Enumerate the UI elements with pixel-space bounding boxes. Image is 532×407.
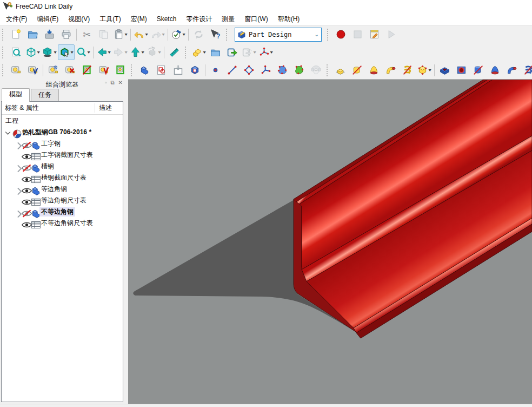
dropdown-arrow-icon[interactable]: ▾ xyxy=(254,50,256,55)
macro-edit-button[interactable] xyxy=(366,27,383,42)
loft-sub-button[interactable] xyxy=(487,62,503,78)
panel-splitter[interactable] xyxy=(124,79,128,404)
draw-style-button[interactable]: ▾ xyxy=(41,44,58,60)
dropdown-arrow-icon[interactable]: ▾ xyxy=(158,50,161,55)
hole-button[interactable] xyxy=(453,62,470,78)
dropdown-arrow-icon[interactable]: ▾ xyxy=(71,50,74,55)
recompute-button[interactable]: ▾ xyxy=(170,27,187,42)
toggle-3d-off-button[interactable] xyxy=(78,62,95,78)
tree-item-等边角钢尺寸表[interactable]: 等边角钢尺寸表 xyxy=(2,195,123,206)
menu-宏M[interactable]: 宏(M) xyxy=(126,14,152,25)
menu-Sketch[interactable]: Sketch xyxy=(152,14,182,24)
macro-toolbar-handle[interactable] xyxy=(327,29,330,41)
sweep-sub-button[interactable] xyxy=(503,62,520,78)
selection-view-button[interactable]: ▾ xyxy=(58,44,75,60)
tape-measure-button[interactable] xyxy=(8,62,24,78)
groove-button[interactable] xyxy=(470,62,487,78)
tree-item-槽钢[interactable]: 槽钢 xyxy=(2,161,123,172)
dropdown-arrow-icon[interactable]: ▾ xyxy=(88,50,90,55)
measure-ruler-button[interactable] xyxy=(166,44,183,60)
macro-record-button[interactable] xyxy=(332,27,349,42)
visibility-off-icon[interactable] xyxy=(21,208,29,216)
bspline-surface-button[interactable] xyxy=(274,62,291,78)
revolution-button[interactable] xyxy=(349,62,365,78)
tree-item-槽钢截面尺寸表[interactable]: 槽钢截面尺寸表 xyxy=(2,172,123,183)
view-isometric-button[interactable]: ▾ xyxy=(24,44,41,60)
new-document-button[interactable] xyxy=(8,27,24,42)
workbench-selector[interactable]: Part Design⌄ xyxy=(235,28,322,42)
dropdown-arrow-icon[interactable]: ▾ xyxy=(125,50,128,55)
expand-toggle[interactable] xyxy=(14,197,21,205)
paste-button[interactable]: ▾ xyxy=(112,27,129,42)
expand-toggle[interactable] xyxy=(14,186,21,193)
save-button[interactable] xyxy=(41,27,58,42)
measurement-toolbar-handle[interactable] xyxy=(2,64,5,76)
sketch-edit-button[interactable] xyxy=(170,62,187,78)
visibility-on-icon[interactable] xyxy=(21,219,29,227)
macro-stop-button[interactable] xyxy=(349,27,366,42)
dropdown-arrow-icon[interactable]: ▾ xyxy=(203,50,206,55)
expand-toggle[interactable] xyxy=(14,208,21,216)
undo-button[interactable]: ▾ xyxy=(132,27,149,42)
tree-root-row[interactable]: 热轧型钢GB 706-2016 * xyxy=(2,127,123,138)
group-folder-button[interactable] xyxy=(207,44,224,60)
tree-item-等边角钢[interactable]: 等边角钢 xyxy=(2,183,123,195)
link-toolbar-handle[interactable] xyxy=(185,47,188,58)
pocket-button[interactable] xyxy=(436,62,453,78)
pad-button[interactable] xyxy=(332,62,349,78)
expand-toggle[interactable] xyxy=(14,152,21,159)
dropdown-arrow-icon[interactable]: ▾ xyxy=(162,32,165,37)
primitive-add-button[interactable]: ▾ xyxy=(416,62,433,78)
dropdown-arrow-icon[interactable]: ▾ xyxy=(125,32,128,37)
link-make-button[interactable] xyxy=(224,44,241,60)
tape-clear-button[interactable] xyxy=(62,62,78,78)
tab-模型[interactable]: 模型 xyxy=(2,88,30,102)
file-toolbar-handle[interactable] xyxy=(2,29,5,41)
dropdown-arrow-icon[interactable]: ▾ xyxy=(37,50,40,55)
sketch-toolbar-handle[interactable] xyxy=(131,64,134,76)
tree-item-工字钢[interactable]: 工字钢 xyxy=(2,138,123,149)
angle-steel-model[interactable] xyxy=(294,80,532,338)
dropdown-arrow-icon[interactable]: ▾ xyxy=(145,32,148,37)
menu-窗口W[interactable]: 窗口(W) xyxy=(240,14,272,25)
nav-rotate-button[interactable]: ▾ xyxy=(145,44,162,60)
whats-this-button[interactable]: ? xyxy=(207,27,224,42)
3d-viewport[interactable] xyxy=(128,79,532,404)
menu-工具T[interactable]: 工具(T) xyxy=(95,14,125,25)
datum-plane-button[interactable] xyxy=(241,62,257,78)
tree-item-不等边角钢[interactable]: 不等边角钢 xyxy=(2,206,123,218)
open-folder-button[interactable] xyxy=(24,27,41,42)
face-green-button[interactable] xyxy=(291,62,308,78)
panel-restore-icon[interactable]: ▫ xyxy=(105,80,107,86)
view-toolbar-handle[interactable] xyxy=(2,47,5,58)
zoom-button[interactable]: ▾ xyxy=(75,44,91,60)
cut-button[interactable]: ✂ xyxy=(78,27,95,42)
nav-forward-button[interactable]: ▾ xyxy=(112,44,129,60)
nav-up-button[interactable]: ▾ xyxy=(129,44,145,60)
tree-item-不等边角钢尺寸表[interactable]: 不等边角钢尺寸表 xyxy=(2,218,123,229)
workbench-toolbar-handle[interactable] xyxy=(226,29,229,41)
visibility-on-icon[interactable] xyxy=(21,196,29,205)
print-button[interactable] xyxy=(58,27,75,42)
macro-play-button[interactable] xyxy=(383,27,400,42)
tree-item-工字钢截面尺寸表[interactable]: 工字钢截面尺寸表 xyxy=(2,149,123,161)
visibility-on-icon[interactable] xyxy=(21,174,29,182)
dropdown-arrow-icon[interactable]: ▾ xyxy=(142,50,144,55)
menu-测量[interactable]: 测量 xyxy=(217,14,240,25)
expand-toggle[interactable] xyxy=(14,163,21,170)
link-replace-button[interactable]: ▾ xyxy=(241,44,257,60)
refresh-button[interactable] xyxy=(190,27,207,42)
axis-cross-button[interactable]: ▾ xyxy=(257,44,274,60)
tab-任务[interactable]: 任务 xyxy=(31,89,59,101)
menu-视图V[interactable]: 视图(V) xyxy=(63,14,95,25)
link-part-button[interactable]: ▾ xyxy=(190,44,207,60)
dropdown-arrow-icon[interactable]: ▾ xyxy=(108,50,111,55)
expand-toggle[interactable] xyxy=(14,174,21,182)
panel-close-icon[interactable]: ✕ xyxy=(118,80,123,86)
visibility-on-icon[interactable] xyxy=(21,185,29,193)
tape-angle-3d-button[interactable] xyxy=(95,62,112,78)
helix-add-button[interactable] xyxy=(399,62,416,78)
expand-toggle[interactable] xyxy=(4,129,11,136)
sketch-map-button[interactable] xyxy=(187,62,203,78)
copy-button[interactable] xyxy=(95,27,112,42)
